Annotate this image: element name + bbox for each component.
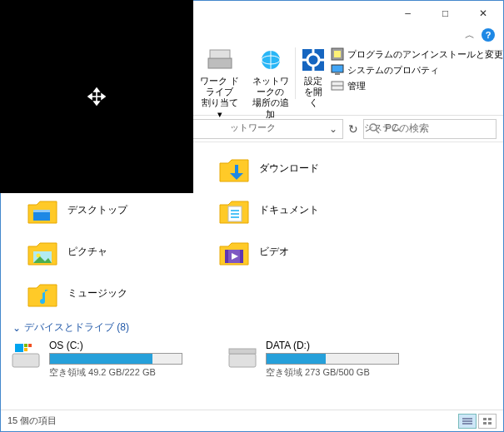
refresh-icon[interactable]: ↻ (348, 122, 358, 136)
label: 管理 (347, 80, 366, 92)
label: システムのプロパティ (347, 64, 439, 77)
search-icon (369, 123, 380, 134)
folder-label: ダウンロード (259, 161, 319, 176)
folder-pictures[interactable]: ピクチャ (9, 231, 201, 272)
ribbon-label: ネットワークの 場所の追加 (251, 76, 291, 120)
drive-name: OS (C:) (49, 340, 209, 351)
devices-header[interactable]: ⌄ デバイスとドライブ (8) (9, 314, 500, 340)
folder-documents[interactable]: ドキュメント (201, 189, 409, 231)
svg-rect-42 (483, 422, 487, 425)
drive-free-text: 空き領域 49.2 GB/222 GB (49, 366, 209, 379)
svg-rect-12 (334, 51, 341, 57)
drive-usage-bar (266, 353, 399, 365)
ribbon-open-settings[interactable]: 設定 を開く (296, 46, 331, 120)
drive-name: DATA (D:) (266, 340, 426, 351)
network-drive-icon (207, 46, 233, 74)
add-location-icon (257, 46, 284, 74)
pictures-icon (26, 235, 59, 268)
view-large-button[interactable] (478, 414, 497, 429)
svg-rect-30 (12, 354, 39, 367)
svg-rect-31 (15, 344, 23, 352)
svg-rect-43 (488, 422, 492, 425)
drive-icon (226, 340, 259, 373)
manage-icon (331, 79, 344, 92)
desktop-icon (26, 193, 59, 226)
ribbon-label: 設定 を開く (301, 76, 326, 109)
svg-point-17 (370, 124, 377, 131)
music-icon (26, 276, 59, 310)
svg-rect-1 (210, 50, 230, 58)
close-button[interactable]: ✕ (464, 2, 502, 25)
folder-downloads[interactable]: ダウンロード (201, 147, 409, 189)
monitor-icon (331, 63, 344, 77)
ribbon-label: ワーク ドライブ 割り当て▾ (199, 76, 241, 120)
view-details-button[interactable] (458, 414, 477, 429)
drive-usage-bar (49, 353, 182, 365)
svg-rect-41 (488, 418, 492, 420)
ribbon-manage[interactable]: 管理 (331, 79, 503, 92)
svg-rect-13 (332, 65, 343, 72)
drive-d[interactable]: DATA (D:) 空き領域 273 GB/500 GB (226, 340, 426, 379)
download-icon (217, 151, 251, 185)
svg-line-18 (376, 130, 379, 133)
maximize-button[interactable]: □ (427, 2, 464, 25)
folder-label: ビデオ (259, 245, 289, 259)
ribbon-system-properties[interactable]: システムのプロパティ (331, 63, 503, 77)
ribbon-network-drive[interactable]: ワーク ドライブ 割り当て▾ (194, 46, 246, 120)
folder-label: デスクトップ (67, 203, 127, 217)
drives-row: OS (C:) 空き領域 49.2 GB/222 GB DATA (D:) 空き… (9, 340, 500, 379)
folder-desktop[interactable]: デスクトップ (9, 189, 201, 231)
svg-rect-36 (229, 349, 256, 354)
drive-free-text: 空き領域 273 GB/500 GB (266, 366, 426, 379)
drive-icon (9, 340, 42, 373)
svg-rect-14 (335, 73, 340, 75)
status-bar: 15 個の項目 (1, 410, 503, 431)
svg-rect-0 (208, 58, 232, 68)
move-arrows-icon (87, 87, 106, 106)
svg-rect-28 (225, 250, 228, 263)
box-icon (331, 47, 344, 61)
collapse-ribbon-icon[interactable]: ︿ (465, 28, 475, 42)
svg-rect-35 (229, 354, 256, 367)
folder-music[interactable]: ミュージック (9, 272, 201, 314)
help-icon[interactable]: ? (482, 28, 495, 42)
drive-c[interactable]: OS (C:) 空き領域 49.2 GB/222 GB (9, 340, 209, 379)
folder-videos[interactable]: ビデオ (201, 231, 409, 272)
folder-label: ミュージック (67, 286, 127, 300)
view-buttons (458, 414, 497, 429)
overlay-panel[interactable] (0, 0, 193, 193)
folder-label: ドキュメント (259, 203, 319, 217)
svg-rect-32 (24, 344, 27, 347)
search-placeholder: PCの検索 (385, 122, 429, 136)
minimize-button[interactable]: – (389, 2, 427, 25)
search-box[interactable]: PCの検索 (363, 119, 497, 139)
ribbon-uninstall-programs[interactable]: プログラムのアンインストールと変更 (331, 47, 503, 61)
status-item-count: 15 個の項目 (7, 415, 57, 427)
devices-header-text: デバイスとドライブ (8) (24, 320, 129, 335)
svg-rect-34 (24, 348, 27, 351)
settings-gear-icon (301, 46, 326, 74)
ribbon-system-list: プログラムのアンインストールと変更 システムのプロパティ 管理 (331, 46, 503, 120)
folder-label: ピクチャ (67, 245, 107, 259)
video-icon (217, 235, 251, 268)
document-icon (217, 193, 251, 226)
svg-rect-33 (28, 344, 32, 347)
dropdown-icon[interactable]: ⌄ (329, 123, 337, 135)
svg-rect-29 (240, 250, 243, 263)
ribbon-add-location[interactable]: ネットワークの 場所の追加 (246, 46, 296, 120)
svg-rect-40 (483, 418, 487, 420)
chevron-down-icon: ⌄ (12, 322, 21, 334)
svg-rect-20 (33, 210, 50, 212)
label: プログラムのアンインストールと変更 (347, 48, 503, 61)
